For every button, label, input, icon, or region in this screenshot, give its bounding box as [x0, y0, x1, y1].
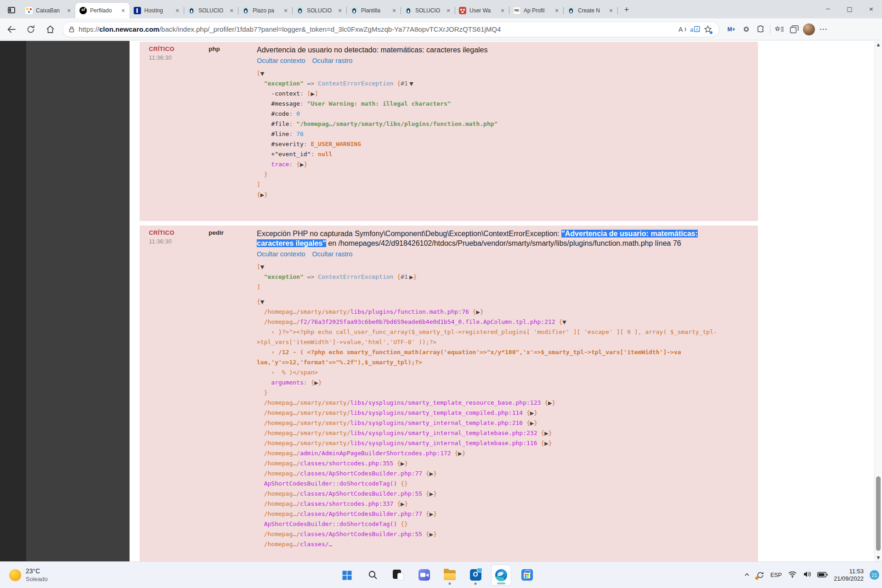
sync-status-button[interactable] — [756, 571, 764, 579]
dump-toggle-icon[interactable]: ▶ — [476, 309, 480, 315]
dump-line: /homepag…/classes/ApShortCodesBuilder.ph… — [257, 529, 755, 539]
log-message: Advertencia de usuario no detectado: mat… — [257, 45, 755, 55]
dump-toggle-icon[interactable]: ▶ — [430, 531, 433, 537]
file-explorer-button[interactable] — [440, 565, 460, 586]
maximize-button[interactable]: □ — [839, 0, 860, 17]
scroll-up-icon[interactable]: ▲ — [875, 42, 882, 47]
hidden-icons-button[interactable] — [744, 571, 750, 579]
vertical-tabs-button[interactable] — [4, 3, 19, 17]
translate-button[interactable]: aA — [689, 23, 701, 36]
tab-close-icon[interactable]: × — [119, 7, 127, 14]
language-indicator[interactable]: ESP — [770, 572, 782, 578]
dump-toggle-icon[interactable]: ▶ — [458, 451, 462, 457]
browser-tab[interactable]: Hosting× — [130, 3, 184, 18]
back-button[interactable] — [4, 22, 19, 37]
read-aloud-button[interactable]: A — [676, 23, 689, 36]
browser-tab[interactable]: Plantilla× — [346, 3, 401, 18]
search-button[interactable] — [362, 565, 383, 586]
browser-tab[interactable]: SOLUCIO× — [401, 3, 455, 18]
home-icon — [45, 24, 55, 34]
dump-line: ApShortCodesBuilder::doShortcodeTag() {} — [257, 479, 755, 489]
browser-tab[interactable]: SOLUCIO× — [292, 3, 346, 18]
hide-trace-link[interactable]: Ocultar rastro — [312, 250, 353, 258]
close-button[interactable]: × — [860, 0, 882, 17]
start-button[interactable] — [337, 565, 357, 586]
clock[interactable]: 11:53 21/09/2022 — [834, 568, 864, 582]
tab-close-icon[interactable]: × — [445, 7, 452, 14]
log-channel: pedir — [209, 229, 257, 236]
tab-close-icon[interactable]: × — [553, 7, 560, 14]
settings-menu-button[interactable]: ··· — [816, 22, 831, 37]
browser-tab[interactable]: CaixaBan× — [21, 3, 75, 18]
home-button[interactable] — [42, 22, 58, 37]
dump-toggle-icon[interactable]: ▶ — [401, 461, 404, 467]
chat-icon — [418, 569, 430, 581]
dump-line: #code: 0 — [257, 109, 755, 119]
read-aloud-icon: A — [678, 26, 687, 33]
dump-toggle-icon[interactable]: ▶ — [311, 91, 314, 97]
edge-button[interactable] — [491, 565, 511, 586]
tab-close-icon[interactable]: × — [607, 7, 615, 14]
task-view-button[interactable] — [388, 565, 408, 586]
hide-context-link[interactable]: Ocultar contexto — [257, 57, 305, 64]
dump-line: /homepag…/smarty/smarty/libs/sysplugins/… — [257, 398, 755, 408]
circle-extension-button[interactable] — [739, 22, 753, 37]
browser-tab[interactable]: Create N× — [563, 3, 617, 18]
scroll-down-icon[interactable]: ▼ — [875, 555, 882, 560]
tab-close-icon[interactable]: × — [174, 7, 181, 14]
browser-tab[interactable]: SOLUCIO× — [184, 3, 238, 18]
log-message-line: caracteres ilegales" en /homepages/42/d9… — [257, 238, 755, 248]
battery-button[interactable] — [817, 571, 828, 579]
minimize-button[interactable]: ─ — [817, 0, 839, 17]
refresh-button[interactable] — [23, 22, 39, 37]
store-button[interactable] — [517, 565, 537, 586]
collections-button[interactable] — [787, 22, 802, 37]
outlook-button[interactable] — [465, 565, 486, 586]
tab-close-icon[interactable]: × — [282, 7, 289, 14]
tab-close-icon[interactable]: × — [499, 7, 506, 14]
task-view-icon — [393, 570, 404, 581]
dump-toggle-icon[interactable]: ▼ — [260, 71, 264, 77]
hide-trace-link[interactable]: Ocultar rastro — [312, 57, 353, 64]
chat-button[interactable] — [414, 565, 434, 586]
notification-badge[interactable]: 21 — [870, 570, 879, 580]
wifi-button[interactable] — [788, 571, 797, 580]
profiler-logger-panel: CRÍTICO 11:36:30 php Advertencia de usua… — [130, 41, 874, 561]
favorites-list-icon — [775, 26, 784, 33]
log-channel-cell: php — [209, 42, 257, 221]
tab-close-icon[interactable]: × — [390, 7, 398, 14]
tab-close-icon[interactable]: × — [336, 7, 344, 14]
dump-toggle-icon[interactable]: ▶ — [401, 501, 404, 507]
browser-tab[interactable]: User Wa× — [455, 3, 509, 18]
dump-toggle-icon[interactable]: ▶ — [544, 430, 548, 436]
dump-toggle-icon[interactable]: ▼ — [408, 81, 413, 87]
scrollbar-thumb[interactable] — [876, 476, 881, 551]
browser-tab[interactable]: Perfilado× — [75, 3, 130, 18]
dump-toggle-icon[interactable]: ▶ — [430, 471, 433, 477]
new-tab-button[interactable]: + — [620, 3, 633, 16]
profile-button[interactable] — [802, 22, 816, 37]
favorite-star-button[interactable] — [701, 23, 714, 36]
hide-context-link[interactable]: Ocultar contexto — [257, 250, 305, 258]
dump-toggle-icon[interactable]: ▼ — [260, 299, 264, 305]
favorites-bar-button[interactable] — [772, 22, 787, 37]
dump-line: /homepag…/smarty/smarty/libs/sysplugins/… — [257, 428, 755, 438]
dump-toggle-icon[interactable]: ▶ — [408, 274, 413, 280]
dump-toggle-icon[interactable]: ▶ — [314, 380, 318, 386]
weather-widget[interactable]: 23°C Soleado — [5, 562, 52, 588]
m-plus-extension-button[interactable]: M+ — [724, 22, 739, 37]
dump-toggle-icon[interactable]: ▶ — [430, 511, 433, 517]
dump-toggle-icon[interactable]: ▶ — [544, 441, 548, 447]
dump-toggle-icon[interactable]: ▼ — [562, 319, 566, 325]
browser-tab[interactable]: Plazo pa× — [238, 3, 292, 18]
address-bar[interactable]: https://clon.newcaro.com/back/index.php/… — [62, 22, 719, 37]
chevron-up-icon — [744, 572, 750, 577]
browser-tab[interactable]: Ap Profil× — [509, 3, 563, 18]
tab-close-icon[interactable]: × — [65, 7, 73, 14]
tab-close-icon[interactable]: × — [228, 7, 235, 14]
volume-button[interactable] — [803, 571, 811, 580]
dump-toggle-icon[interactable]: ▶ — [430, 491, 433, 497]
dump-toggle-icon[interactable]: ▼ — [260, 264, 264, 270]
extensions-button[interactable] — [753, 22, 768, 37]
vertical-scrollbar[interactable]: ▲ ▼ — [874, 41, 882, 561]
